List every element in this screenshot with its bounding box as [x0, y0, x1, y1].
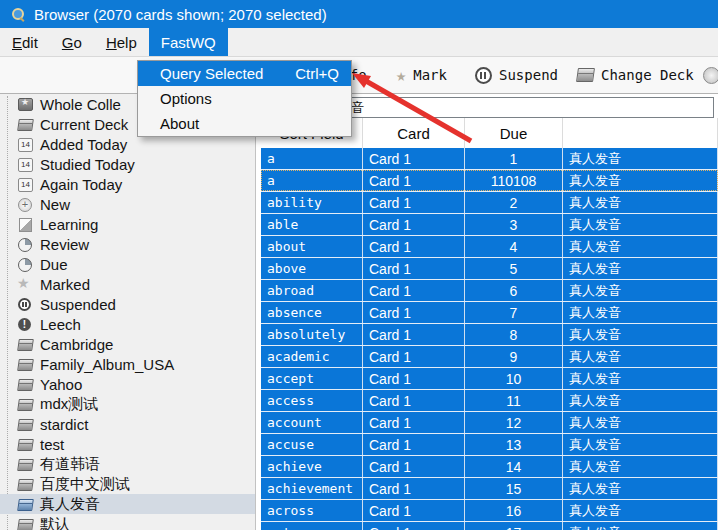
- cell-due: 8: [465, 324, 563, 345]
- menu-item-options[interactable]: Options: [138, 86, 351, 111]
- pause-icon: [475, 67, 492, 84]
- icon-glyph: [17, 359, 34, 371]
- icon-glyph: [18, 98, 33, 111]
- icon-glyph: [17, 439, 34, 451]
- sidebar-item-yahoo[interactable]: Yahoo: [0, 374, 255, 394]
- table-row[interactable]: aCard 1110108真人发音: [261, 170, 718, 192]
- cell-due: 1: [465, 148, 563, 169]
- cell-due: 10: [465, 368, 563, 389]
- toolbar-item-suspend[interactable]: Suspend: [475, 57, 558, 93]
- menu-item-query-selected[interactable]: Query SelectedCtrl+Q: [138, 61, 351, 86]
- cell-sort: absolutely: [261, 324, 363, 345]
- sidebar-item-label: 真人发音: [40, 495, 100, 514]
- table-row[interactable]: ableCard 13真人发音: [261, 214, 718, 236]
- menu-item-label: Query Selected: [160, 65, 263, 82]
- table-row[interactable]: aCard 11真人发音: [261, 148, 718, 170]
- menu-item-label: Options: [160, 90, 212, 107]
- sidebar-item-label: New: [40, 196, 70, 213]
- menu-edit[interactable]: Edit: [0, 28, 50, 56]
- cell-sort: a: [261, 170, 363, 191]
- table-row[interactable]: accountCard 112真人发音: [261, 412, 718, 434]
- cell-due: 5: [465, 258, 563, 279]
- sidebar-item-again-today[interactable]: Again Today: [0, 174, 255, 194]
- column-header-card[interactable]: Card: [363, 118, 465, 148]
- sidebar-item-new[interactable]: New: [0, 194, 255, 214]
- sidebar-item-suspended[interactable]: Suspended: [0, 294, 255, 314]
- table-row[interactable]: accessCard 111真人发音: [261, 390, 718, 412]
- menu-fastwq[interactable]: FastWQ: [149, 28, 228, 56]
- cell-sort: about: [261, 236, 363, 257]
- cell-deck: 真人发音: [563, 456, 718, 477]
- column-header-due[interactable]: Due: [465, 118, 563, 148]
- sidebar-item-cambridge[interactable]: Cambridge: [0, 334, 255, 354]
- sidebar-item-label: Family_Album_USA: [40, 356, 174, 373]
- table-row[interactable]: abroadCard 16真人发音: [261, 280, 718, 302]
- icon-glyph: [18, 298, 31, 311]
- table-row[interactable]: actCard 117真人发音: [261, 522, 718, 530]
- sidebar-item-有道韩语[interactable]: 有道韩语: [0, 454, 255, 474]
- cell-due: 16: [465, 500, 563, 521]
- cell-sort: achieve: [261, 456, 363, 477]
- cell-card: Card 1: [363, 214, 465, 235]
- icon-glyph: [19, 218, 32, 232]
- sidebar-item-label: stardict: [40, 416, 88, 433]
- cell-deck: 真人发音: [563, 302, 718, 323]
- sidebar-item-review[interactable]: Review: [0, 234, 255, 254]
- sidebar-item-family-album-usa[interactable]: Family_Album_USA: [0, 354, 255, 374]
- calendar-icon: [17, 136, 33, 152]
- sidebar-item-label: Cambridge: [40, 336, 113, 353]
- calendar-icon: [17, 176, 33, 192]
- menu-help[interactable]: Help: [94, 28, 149, 56]
- table-row[interactable]: absolutelyCard 18真人发音: [261, 324, 718, 346]
- title-bar: Browser (2070 cards shown; 2070 selected…: [0, 0, 718, 28]
- icon-glyph: [17, 479, 34, 491]
- toolbar-item-mark[interactable]: ★Mark: [396, 57, 447, 93]
- cell-sort: above: [261, 258, 363, 279]
- cell-due: 15: [465, 478, 563, 499]
- sidebar-item-真人发音[interactable]: 真人发音: [0, 494, 255, 514]
- table-row[interactable]: acrossCard 116真人发音: [261, 500, 718, 522]
- sidebar-item-label: mdx测试: [40, 395, 98, 414]
- sidebar-item-marked[interactable]: Marked: [0, 274, 255, 294]
- toolbar-item-change-deck[interactable]: Change Deck: [577, 57, 694, 93]
- deck-icon: [17, 516, 33, 530]
- table-row[interactable]: accuseCard 113真人发音: [261, 434, 718, 456]
- icon-glyph: [18, 138, 33, 152]
- sidebar-item-test[interactable]: test: [0, 434, 255, 454]
- sidebar-item-mdx测试[interactable]: mdx测试: [0, 394, 255, 414]
- column-header-deck[interactable]: [563, 118, 718, 148]
- table-row[interactable]: absenceCard 17真人发音: [261, 302, 718, 324]
- cell-card: Card 1: [363, 302, 465, 323]
- cell-deck: 真人发音: [563, 214, 718, 235]
- menu-go[interactable]: Go: [50, 28, 94, 56]
- sidebar-item-stardict[interactable]: stardict: [0, 414, 255, 434]
- table-row[interactable]: aboutCard 14真人发音: [261, 236, 718, 258]
- cell-deck: 真人发音: [563, 192, 718, 213]
- sidebar-item-learning[interactable]: Learning: [0, 214, 255, 234]
- deck-icon: [576, 68, 595, 82]
- table-row[interactable]: abilityCard 12真人发音: [261, 192, 718, 214]
- leech-icon: [17, 316, 33, 332]
- table-row[interactable]: acceptCard 110真人发音: [261, 368, 718, 390]
- table-row[interactable]: achievementCard 115真人发音: [261, 478, 718, 500]
- sidebar-item-leech[interactable]: Leech: [0, 314, 255, 334]
- sidebar-item-默认[interactable]: 默认: [0, 514, 255, 530]
- deck-icon: [17, 416, 33, 432]
- toolbar-item-extra[interactable]: [703, 57, 718, 93]
- table-row[interactable]: achieveCard 114真人发音: [261, 456, 718, 478]
- table-row[interactable]: aboveCard 15真人发音: [261, 258, 718, 280]
- menu-item-about[interactable]: About: [138, 111, 351, 136]
- icon-glyph: [18, 198, 32, 212]
- icon-glyph: [18, 238, 32, 252]
- cell-sort: accuse: [261, 434, 363, 455]
- cell-card: Card 1: [363, 522, 465, 530]
- cell-sort: absence: [261, 302, 363, 323]
- table-row[interactable]: academicCard 19真人发音: [261, 346, 718, 368]
- sidebar-item-label: Again Today: [40, 176, 122, 193]
- sidebar-item-due[interactable]: Due: [0, 254, 255, 274]
- sidebar-item-added-today[interactable]: Added Today: [0, 134, 255, 154]
- sidebar-item-百度中文测试[interactable]: 百度中文测试: [0, 474, 255, 494]
- sidebar-item-studied-today[interactable]: Studied Today: [0, 154, 255, 174]
- cell-due: 14: [465, 456, 563, 477]
- icon-glyph: [17, 379, 34, 391]
